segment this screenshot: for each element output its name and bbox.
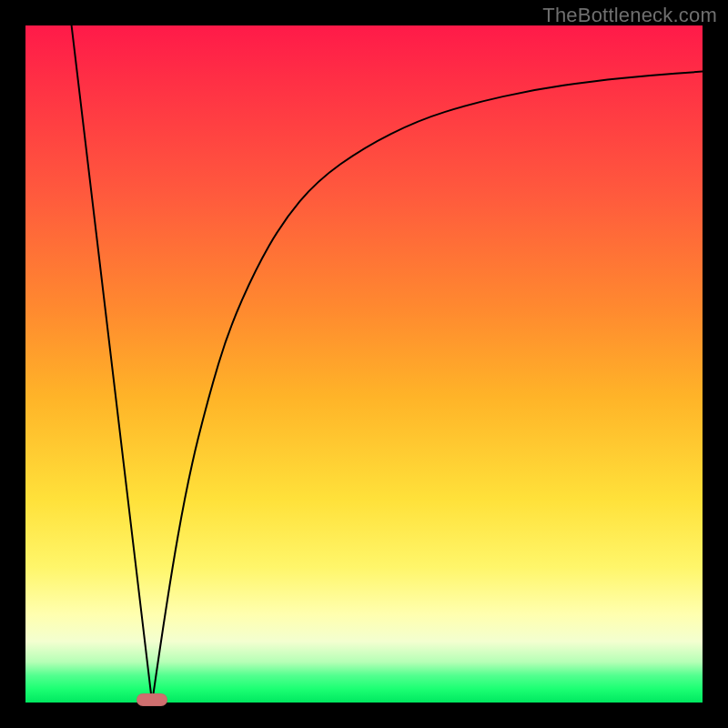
plot-area — [25, 25, 703, 703]
minimum-marker — [136, 693, 167, 706]
bottleneck-curve-left — [72, 25, 153, 703]
chart-frame: TheBottleneck.com — [0, 0, 728, 728]
curve-layer — [25, 25, 703, 703]
watermark-text: TheBottleneck.com — [542, 4, 717, 27]
bottleneck-curve-right — [152, 72, 703, 703]
